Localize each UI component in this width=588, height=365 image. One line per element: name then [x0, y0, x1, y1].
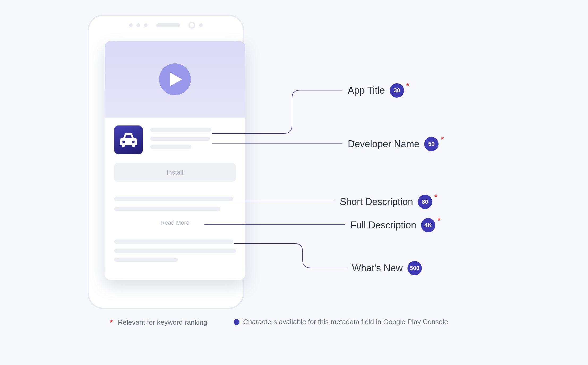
label-full-description: Full Description 4K *: [350, 218, 441, 232]
char-count-badge: 50: [424, 137, 439, 151]
asterisk-icon: *: [108, 318, 114, 327]
read-more-link: Read More: [114, 219, 236, 226]
short-desc-line: [114, 207, 220, 211]
sensor-dot: [144, 23, 148, 27]
label-developer-name: Developer Name 50 *: [348, 137, 444, 151]
asterisk-icon: *: [441, 135, 444, 144]
label-short-description: Short Description 80 *: [340, 195, 437, 209]
sensor-dot: [129, 23, 133, 27]
legend-ranked: * Relevant for keyword ranking: [108, 318, 207, 327]
install-label: Install: [167, 169, 183, 176]
asterisk-icon: *: [406, 81, 409, 90]
label-whats-new: What's New 500: [352, 261, 422, 275]
label-text: App Title: [348, 85, 385, 96]
whats-new-block: [114, 240, 236, 262]
legend-count: Characters available for this metadata f…: [234, 318, 448, 326]
whats-new-line: [114, 249, 236, 253]
app-title-placeholder: [150, 128, 211, 132]
install-button: Install: [114, 163, 236, 182]
label-text: Developer Name: [348, 138, 419, 150]
legend-text: Relevant for keyword ranking: [118, 318, 207, 327]
char-count-badge: 80: [418, 195, 432, 209]
camera-icon: [188, 22, 195, 29]
label-text: What's New: [352, 263, 403, 274]
whats-new-line: [114, 240, 233, 244]
app-meta-column: [150, 125, 236, 149]
app-header-row: [114, 125, 236, 154]
label-text: Full Description: [350, 220, 416, 231]
whats-new-line: [114, 258, 178, 262]
phone-speaker: [156, 23, 180, 27]
sensor-dot: [136, 23, 140, 27]
char-count-badge: 500: [407, 261, 422, 275]
developer-name-placeholder: [150, 137, 210, 141]
app-icon: [114, 125, 143, 154]
char-count-badge: 30: [390, 83, 404, 98]
label-text: Short Description: [340, 196, 413, 207]
svg-point-1: [132, 141, 135, 143]
dot-icon: [234, 319, 239, 325]
asterisk-icon: *: [437, 216, 441, 225]
short-description-block: [114, 197, 236, 211]
phone-top-sensors: [129, 22, 203, 29]
hero-video: [105, 41, 245, 118]
short-desc-line: [114, 197, 233, 201]
sensor-dot: [199, 23, 203, 27]
svg-point-0: [122, 141, 125, 143]
read-more-label: Read More: [161, 219, 190, 226]
screen-body: Install Read More: [105, 118, 245, 262]
char-count-badge: 4K: [421, 218, 435, 232]
legend-text: Characters available for this metadata f…: [243, 318, 448, 326]
label-app-title: App Title 30 *: [348, 83, 409, 98]
play-icon: [159, 63, 191, 95]
asterisk-icon: *: [434, 193, 437, 202]
meta-placeholder: [150, 145, 191, 149]
app-store-screen: Install Read More: [105, 41, 245, 280]
